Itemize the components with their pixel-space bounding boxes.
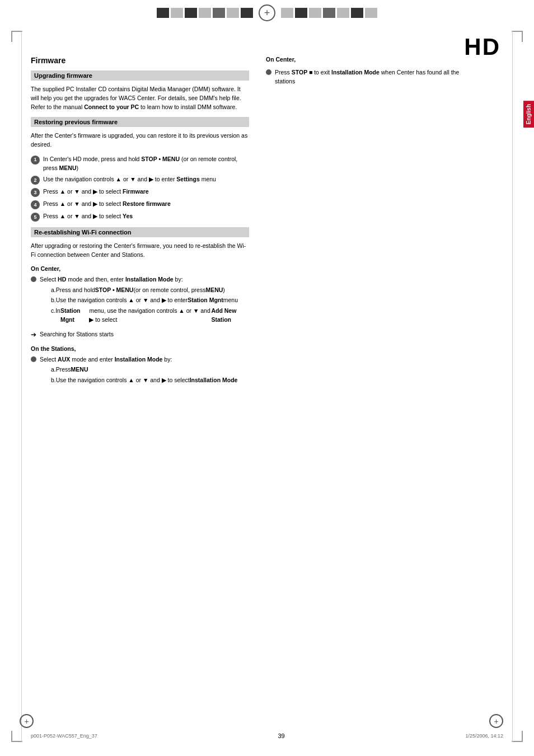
restoring-step-4: 4 Press ▲ or ▼ and ▶ to select Restore f… — [31, 200, 249, 209]
center-sub-a-label: a. — [51, 286, 56, 295]
center-sub-a-bold1: STOP • MENU — [95, 286, 134, 295]
bar-seg-7 — [241, 8, 253, 18]
step-number-3: 3 — [31, 188, 40, 197]
bar-seg-r2 — [295, 8, 307, 18]
upgrading-body-bold: Connect to your PC — [84, 104, 139, 110]
page-number: 39 — [278, 732, 284, 739]
bar-seg-5 — [213, 8, 225, 18]
stations-sub-b: b. Use the navigation controls ▲ or ▼ an… — [51, 376, 237, 385]
top-bar-right-segments — [281, 8, 377, 18]
step-number-1: 1 — [31, 156, 40, 165]
stations-sub-list: a. Press MENU b. Use the navigation cont… — [40, 365, 237, 385]
restoring-step-1: 1 In Center's HD mode, press and hold ST… — [31, 155, 249, 173]
step-3-bold: Firmware — [123, 188, 149, 195]
stations-b1-text: Select AUX mode and enter Installation M… — [40, 356, 172, 363]
step-5-text: Press ▲ or ▼ and ▶ to select Yes — [43, 212, 133, 221]
stations-sub-b-bold: Installation Mode — [190, 376, 238, 385]
corner-decoration-tr — [512, 31, 523, 42]
step-3-text: Press ▲ or ▼ and ▶ to select Firmware — [43, 187, 149, 196]
reestablishing-wifi-header: Re-establishing Wi-Fi connection — [31, 227, 249, 237]
bar-seg-r3 — [309, 8, 321, 18]
crosshair-center — [259, 4, 275, 21]
left-column: Firmware Upgrading firmware The supplied… — [31, 56, 249, 391]
step-4-text: Press ▲ or ▼ and ▶ to select Restore fir… — [43, 200, 171, 209]
bullet-dot-stations-1 — [31, 356, 36, 362]
top-decorative-bar — [0, 0, 534, 26]
restoring-step-5: 5 Press ▲ or ▼ and ▶ to select Yes — [31, 212, 249, 222]
center-sub-a: a. Press and hold STOP • MENU (or on rem… — [51, 286, 249, 295]
top-bar-left-segments — [157, 8, 253, 18]
bullet-dot-1 — [31, 276, 36, 282]
center-sub-b: b. Use the navigation controls ▲ or ▼ an… — [51, 296, 249, 305]
crosshair-bottom-left: + — [20, 714, 34, 728]
searching-arrow-item: ➔ Searching for Stations starts — [31, 331, 249, 339]
searching-text: Searching for Stations starts — [40, 331, 114, 337]
vertical-line-right — [512, 31, 513, 742]
center-sub-c: c. In Station Mgnt menu, use the navigat… — [51, 307, 249, 325]
bar-seg-r5 — [337, 8, 349, 18]
bar-seg-r6 — [351, 8, 363, 18]
firmware-section-title: Firmware — [31, 56, 249, 65]
step-number-2: 2 — [31, 176, 40, 185]
stations-bullet-1-content: Select AUX mode and enter Installation M… — [40, 355, 237, 387]
on-center-label: On Center, — [31, 265, 249, 272]
stations-bullet-1: Select AUX mode and enter Installation M… — [31, 355, 249, 387]
center-bullet-1-content: Select HD mode and then, enter Installat… — [40, 275, 249, 326]
bar-seg-r7 — [365, 8, 377, 18]
on-stations-label: On the Stations, — [31, 345, 249, 352]
bar-seg-r4 — [323, 8, 335, 18]
center-sub-b-bold: Station Mgnt — [188, 296, 223, 305]
restoring-intro: After the Center's firmware is upgraded,… — [31, 132, 249, 149]
center-b1-installation: Installation Mode — [125, 276, 174, 283]
arrow-symbol: ➔ — [31, 331, 36, 339]
bar-seg-1 — [157, 8, 169, 18]
bar-seg-4 — [199, 8, 211, 18]
page-footer: p001-P052-WAC557_Eng_37 39 1/25/2006, 14… — [0, 732, 534, 739]
step-5-bold: Yes — [123, 213, 133, 219]
stations-sub-b-label: b. — [51, 376, 56, 385]
vertical-line-left — [21, 31, 22, 742]
right-bullet-1-text: Press STOP ■ to exit Installation Mode w… — [275, 68, 479, 86]
step-4-bold: Restore firmware — [123, 200, 171, 207]
corner-decoration-tl — [11, 31, 22, 42]
right-center-bullet-1: Press STOP ■ to exit Installation Mode w… — [266, 68, 479, 86]
right-installation-bold: Installation Mode — [331, 69, 380, 76]
restoring-steps-list: 1 In Center's HD mode, press and hold ST… — [31, 155, 249, 222]
right-column: On Center, Press STOP ■ to exit Installa… — [266, 56, 479, 91]
stations-sub-a-label: a. — [51, 365, 56, 374]
right-on-center-label: On Center, — [266, 56, 479, 63]
upgrading-firmware-header: Upgrading firmware — [31, 71, 249, 81]
bar-seg-r1 — [281, 8, 293, 18]
bar-seg-3 — [185, 8, 197, 18]
stations-b1-installation: Installation Mode — [115, 356, 163, 363]
center-bullets-list: Select HD mode and then, enter Installat… — [31, 275, 249, 326]
right-bullet-dot-1 — [266, 69, 271, 75]
restoring-step-2: 2 Use the navigation controls ▲ or ▼ and… — [31, 175, 249, 185]
center-b1-text: Select HD mode and then, enter Installat… — [40, 276, 183, 283]
center-bullet-1: Select HD mode and then, enter Installat… — [31, 275, 249, 326]
right-center-bullets: Press STOP ■ to exit Installation Mode w… — [266, 68, 479, 86]
stations-bullets-list: Select AUX mode and enter Installation M… — [31, 355, 249, 387]
step-number-5: 5 — [31, 213, 40, 222]
center-sub-list: a. Press and hold STOP • MENU (or on rem… — [40, 286, 249, 325]
step-1-bold2: MENU — [59, 165, 77, 171]
center-sub-c-label: c. — [51, 307, 55, 316]
center-sub-c-bold1: Station Mgnt — [60, 307, 89, 325]
stations-sub-a-bold: MENU — [71, 365, 88, 374]
language-tab: English — [523, 101, 534, 128]
center-b1-hd: HD — [58, 276, 66, 283]
bar-seg-6 — [227, 8, 239, 18]
step-1-text: In Center's HD mode, press and hold STOP… — [43, 155, 249, 173]
step-2-text: Use the navigation controls ▲ or ▼ and ▶… — [43, 175, 216, 184]
crosshair-bottom-right: + — [489, 714, 503, 728]
right-stop-bold: STOP ■ — [292, 69, 312, 76]
restoring-step-3: 3 Press ▲ or ▼ and ▶ to select Firmware — [31, 187, 249, 197]
restoring-firmware-header: Restoring previous firmware — [31, 117, 249, 127]
step-number-4: 4 — [31, 200, 40, 209]
upgrading-body-text2: to learn how to install DMM software. — [139, 104, 237, 110]
upgrading-firmware-body: The supplied PC Installer CD contains Di… — [31, 85, 249, 111]
reestablishing-intro: After upgrading or restoring the Center'… — [31, 242, 249, 260]
step-2-bold: Settings — [176, 176, 199, 182]
step-1-bold1: STOP • MENU — [141, 156, 180, 162]
center-sub-c-bold2: Add New Station — [211, 307, 249, 325]
